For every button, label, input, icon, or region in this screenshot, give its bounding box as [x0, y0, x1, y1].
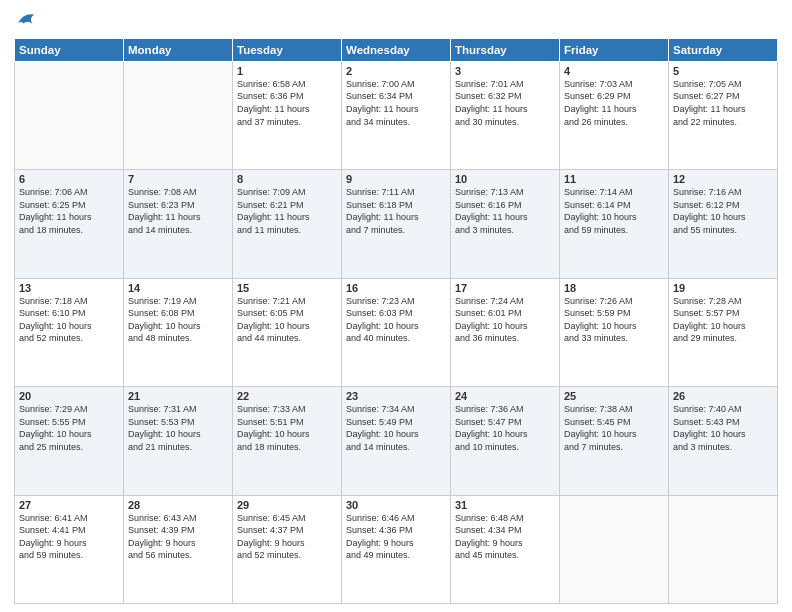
day-number: 16	[346, 282, 446, 294]
day-info: Sunrise: 7:33 AM Sunset: 5:51 PM Dayligh…	[237, 403, 337, 453]
calendar-cell: 10Sunrise: 7:13 AM Sunset: 6:16 PM Dayli…	[451, 170, 560, 278]
day-info: Sunrise: 7:36 AM Sunset: 5:47 PM Dayligh…	[455, 403, 555, 453]
day-info: Sunrise: 6:46 AM Sunset: 4:36 PM Dayligh…	[346, 512, 446, 562]
day-number: 24	[455, 390, 555, 402]
calendar-header-sunday: Sunday	[15, 38, 124, 61]
day-info: Sunrise: 6:43 AM Sunset: 4:39 PM Dayligh…	[128, 512, 228, 562]
calendar-cell: 30Sunrise: 6:46 AM Sunset: 4:36 PM Dayli…	[342, 495, 451, 603]
day-number: 1	[237, 65, 337, 77]
calendar-header-wednesday: Wednesday	[342, 38, 451, 61]
calendar-cell: 1Sunrise: 6:58 AM Sunset: 6:36 PM Daylig…	[233, 61, 342, 169]
calendar-week-row: 13Sunrise: 7:18 AM Sunset: 6:10 PM Dayli…	[15, 278, 778, 386]
calendar-week-row: 27Sunrise: 6:41 AM Sunset: 4:41 PM Dayli…	[15, 495, 778, 603]
day-info: Sunrise: 7:29 AM Sunset: 5:55 PM Dayligh…	[19, 403, 119, 453]
day-info: Sunrise: 7:00 AM Sunset: 6:34 PM Dayligh…	[346, 78, 446, 128]
calendar-cell: 27Sunrise: 6:41 AM Sunset: 4:41 PM Dayli…	[15, 495, 124, 603]
calendar-week-row: 6Sunrise: 7:06 AM Sunset: 6:25 PM Daylig…	[15, 170, 778, 278]
day-number: 31	[455, 499, 555, 511]
day-info: Sunrise: 7:05 AM Sunset: 6:27 PM Dayligh…	[673, 78, 773, 128]
day-info: Sunrise: 7:28 AM Sunset: 5:57 PM Dayligh…	[673, 295, 773, 345]
calendar-cell: 3Sunrise: 7:01 AM Sunset: 6:32 PM Daylig…	[451, 61, 560, 169]
day-number: 26	[673, 390, 773, 402]
day-number: 5	[673, 65, 773, 77]
header	[14, 10, 778, 34]
day-number: 10	[455, 173, 555, 185]
day-number: 15	[237, 282, 337, 294]
calendar-cell: 28Sunrise: 6:43 AM Sunset: 4:39 PM Dayli…	[124, 495, 233, 603]
day-number: 12	[673, 173, 773, 185]
day-info: Sunrise: 6:41 AM Sunset: 4:41 PM Dayligh…	[19, 512, 119, 562]
calendar-header-thursday: Thursday	[451, 38, 560, 61]
day-number: 4	[564, 65, 664, 77]
day-info: Sunrise: 7:16 AM Sunset: 6:12 PM Dayligh…	[673, 186, 773, 236]
calendar-cell: 2Sunrise: 7:00 AM Sunset: 6:34 PM Daylig…	[342, 61, 451, 169]
calendar-cell	[15, 61, 124, 169]
day-info: Sunrise: 7:06 AM Sunset: 6:25 PM Dayligh…	[19, 186, 119, 236]
day-info: Sunrise: 7:03 AM Sunset: 6:29 PM Dayligh…	[564, 78, 664, 128]
day-number: 18	[564, 282, 664, 294]
calendar-header-saturday: Saturday	[669, 38, 778, 61]
calendar-cell	[124, 61, 233, 169]
calendar-cell: 20Sunrise: 7:29 AM Sunset: 5:55 PM Dayli…	[15, 387, 124, 495]
day-info: Sunrise: 7:24 AM Sunset: 6:01 PM Dayligh…	[455, 295, 555, 345]
day-number: 6	[19, 173, 119, 185]
day-number: 29	[237, 499, 337, 511]
calendar-cell	[560, 495, 669, 603]
calendar-header-friday: Friday	[560, 38, 669, 61]
day-number: 2	[346, 65, 446, 77]
day-info: Sunrise: 7:21 AM Sunset: 6:05 PM Dayligh…	[237, 295, 337, 345]
day-info: Sunrise: 7:34 AM Sunset: 5:49 PM Dayligh…	[346, 403, 446, 453]
day-number: 7	[128, 173, 228, 185]
day-info: Sunrise: 7:13 AM Sunset: 6:16 PM Dayligh…	[455, 186, 555, 236]
calendar-cell: 9Sunrise: 7:11 AM Sunset: 6:18 PM Daylig…	[342, 170, 451, 278]
day-info: Sunrise: 7:26 AM Sunset: 5:59 PM Dayligh…	[564, 295, 664, 345]
calendar-cell: 13Sunrise: 7:18 AM Sunset: 6:10 PM Dayli…	[15, 278, 124, 386]
calendar-cell: 29Sunrise: 6:45 AM Sunset: 4:37 PM Dayli…	[233, 495, 342, 603]
calendar-cell: 7Sunrise: 7:08 AM Sunset: 6:23 PM Daylig…	[124, 170, 233, 278]
calendar-cell: 4Sunrise: 7:03 AM Sunset: 6:29 PM Daylig…	[560, 61, 669, 169]
page: SundayMondayTuesdayWednesdayThursdayFrid…	[0, 0, 792, 612]
calendar-cell: 15Sunrise: 7:21 AM Sunset: 6:05 PM Dayli…	[233, 278, 342, 386]
calendar-cell: 22Sunrise: 7:33 AM Sunset: 5:51 PM Dayli…	[233, 387, 342, 495]
day-info: Sunrise: 7:14 AM Sunset: 6:14 PM Dayligh…	[564, 186, 664, 236]
calendar-week-row: 20Sunrise: 7:29 AM Sunset: 5:55 PM Dayli…	[15, 387, 778, 495]
calendar-cell: 11Sunrise: 7:14 AM Sunset: 6:14 PM Dayli…	[560, 170, 669, 278]
day-number: 13	[19, 282, 119, 294]
day-info: Sunrise: 7:23 AM Sunset: 6:03 PM Dayligh…	[346, 295, 446, 345]
logo-bird-icon	[16, 9, 36, 29]
calendar-cell: 16Sunrise: 7:23 AM Sunset: 6:03 PM Dayli…	[342, 278, 451, 386]
calendar-cell: 18Sunrise: 7:26 AM Sunset: 5:59 PM Dayli…	[560, 278, 669, 386]
day-info: Sunrise: 7:09 AM Sunset: 6:21 PM Dayligh…	[237, 186, 337, 236]
day-number: 21	[128, 390, 228, 402]
day-number: 8	[237, 173, 337, 185]
day-number: 25	[564, 390, 664, 402]
calendar-cell: 23Sunrise: 7:34 AM Sunset: 5:49 PM Dayli…	[342, 387, 451, 495]
calendar-cell: 12Sunrise: 7:16 AM Sunset: 6:12 PM Dayli…	[669, 170, 778, 278]
calendar: SundayMondayTuesdayWednesdayThursdayFrid…	[14, 38, 778, 604]
day-info: Sunrise: 6:45 AM Sunset: 4:37 PM Dayligh…	[237, 512, 337, 562]
day-number: 23	[346, 390, 446, 402]
day-number: 19	[673, 282, 773, 294]
calendar-cell: 24Sunrise: 7:36 AM Sunset: 5:47 PM Dayli…	[451, 387, 560, 495]
day-info: Sunrise: 6:58 AM Sunset: 6:36 PM Dayligh…	[237, 78, 337, 128]
logo	[14, 14, 36, 34]
calendar-cell: 31Sunrise: 6:48 AM Sunset: 4:34 PM Dayli…	[451, 495, 560, 603]
day-number: 11	[564, 173, 664, 185]
day-info: Sunrise: 6:48 AM Sunset: 4:34 PM Dayligh…	[455, 512, 555, 562]
calendar-cell: 5Sunrise: 7:05 AM Sunset: 6:27 PM Daylig…	[669, 61, 778, 169]
day-number: 20	[19, 390, 119, 402]
calendar-header-tuesday: Tuesday	[233, 38, 342, 61]
day-info: Sunrise: 7:11 AM Sunset: 6:18 PM Dayligh…	[346, 186, 446, 236]
calendar-cell: 19Sunrise: 7:28 AM Sunset: 5:57 PM Dayli…	[669, 278, 778, 386]
calendar-cell	[669, 495, 778, 603]
day-number: 27	[19, 499, 119, 511]
day-info: Sunrise: 7:01 AM Sunset: 6:32 PM Dayligh…	[455, 78, 555, 128]
calendar-cell: 17Sunrise: 7:24 AM Sunset: 6:01 PM Dayli…	[451, 278, 560, 386]
calendar-cell: 8Sunrise: 7:09 AM Sunset: 6:21 PM Daylig…	[233, 170, 342, 278]
logo-text	[14, 14, 36, 34]
calendar-header-monday: Monday	[124, 38, 233, 61]
day-number: 17	[455, 282, 555, 294]
day-info: Sunrise: 7:31 AM Sunset: 5:53 PM Dayligh…	[128, 403, 228, 453]
day-number: 9	[346, 173, 446, 185]
calendar-cell: 14Sunrise: 7:19 AM Sunset: 6:08 PM Dayli…	[124, 278, 233, 386]
